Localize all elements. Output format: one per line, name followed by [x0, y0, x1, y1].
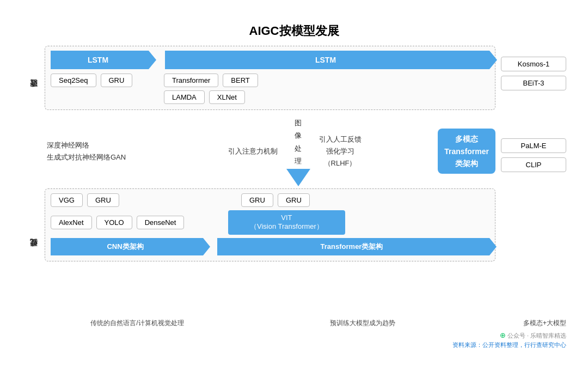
model-yolo: YOLO: [96, 216, 132, 229]
left-labels: 语言处理 视觉处理: [22, 46, 45, 315]
mid-text-attention: 引入注意力机制: [228, 147, 278, 156]
model-gru-lang: GRU: [101, 74, 133, 87]
model-beit: BEiT-3: [501, 76, 566, 90]
model-gru-vis1: GRU: [87, 193, 119, 207]
vis-section: VGG GRU GRU GRU AlexNet YOLO DenseNet: [45, 188, 495, 261]
source-text: 资料来源：公开资料整理，行行查研究中心: [22, 341, 566, 349]
transformer-arrow: Transformer类架构: [217, 238, 489, 255]
main-area: LSTM LSTM Seq2Seq GRU: [45, 46, 495, 315]
page-title: AIGC按模型发展: [22, 23, 566, 39]
bottom-label-3: 多模态+大模型: [495, 319, 566, 328]
mid-text-rlhf: 引入人工反馈强化学习（RLHF）: [319, 133, 362, 169]
cnn-arrow: CNN类架构: [51, 238, 203, 255]
mid-text-dnn: 深度神经网络: [47, 141, 154, 150]
main-container: AIGC按模型发展 语言处理 视觉处理 LSTM LSTM: [11, 17, 577, 355]
model-densenet: DenseNet: [137, 216, 185, 229]
middle-section: 深度神经网络 生成式对抗神经网络GAN 引入注意力机制 图像处理 引入人工反馈强…: [45, 114, 495, 188]
model-seq2seq: Seq2Seq: [51, 74, 96, 87]
model-xlnet: XLNet: [209, 90, 245, 104]
bottom-label-1: 传统的自然语言/计算机视觉处理: [45, 319, 230, 328]
model-alexnet: AlexNet: [51, 216, 92, 229]
bottom-label-2: 预训练大模型成为趋势: [230, 319, 495, 328]
lang-section: LSTM LSTM Seq2Seq GRU: [45, 46, 495, 110]
lstm-arrow-1: LSTM: [51, 51, 149, 69]
model-vit: VIT（Vision Transformer）: [228, 210, 345, 235]
vis-label: 视觉处理: [22, 190, 45, 315]
model-lamda: LAMDA: [164, 90, 205, 104]
lang-label: 语言处理: [22, 46, 45, 141]
model-vgg: VGG: [51, 193, 83, 207]
mid-text-gan: 生成式对抗神经网络GAN: [47, 153, 154, 162]
watermark: ⊕ 公众号 · 乐晴智库精选: [22, 331, 566, 340]
down-arrow: [286, 169, 310, 186]
bottom-labels: 传统的自然语言/计算机视觉处理 预训练大模型成为趋势 多模态+大模型: [22, 319, 566, 328]
multimodal-box: 多模态Transformer类架构: [438, 129, 495, 174]
img-proc-label: 图像处理: [295, 117, 302, 168]
model-palm-e: PaLM-E: [501, 138, 566, 153]
model-bert: BERT: [223, 74, 258, 87]
cnn-row: CNN类架构 Transformer类架构: [51, 238, 489, 255]
lstm-arrow-2: LSTM: [165, 51, 489, 69]
model-gru-vis3: GRU: [278, 193, 310, 207]
model-gru-vis2: GRU: [241, 193, 273, 207]
model-kosmos: Kosmos-1: [501, 57, 566, 71]
right-col: Kosmos-1 BEiT-3 PaLM-E CLIP: [501, 46, 566, 315]
model-transformer: Transformer: [164, 74, 218, 87]
model-clip: CLIP: [501, 157, 566, 172]
